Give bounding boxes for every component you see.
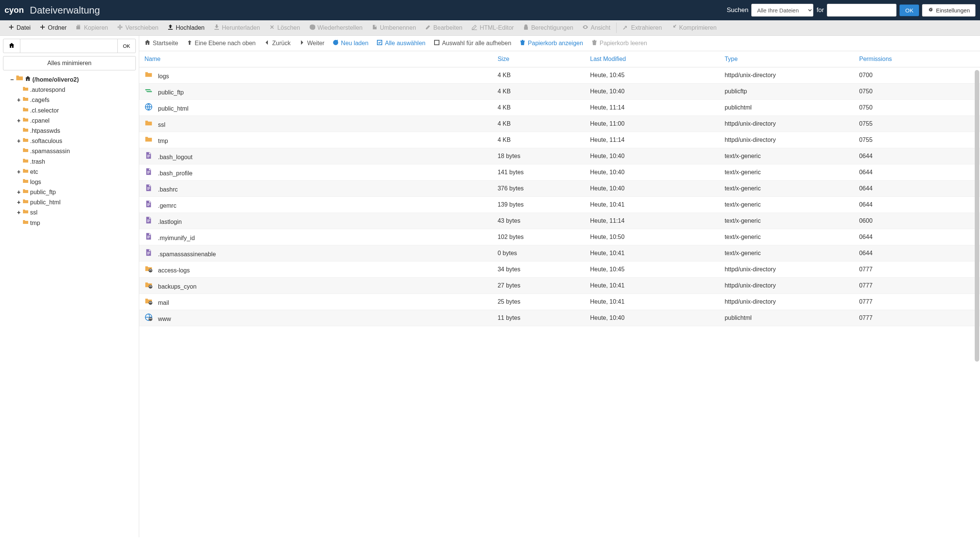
table-row[interactable]: access-logs34 bytesHeute, 10:45httpd/uni… bbox=[139, 261, 980, 278]
file-name: logs bbox=[158, 73, 169, 80]
home-icon bbox=[9, 43, 15, 50]
expand-icon[interactable]: + bbox=[17, 116, 21, 126]
folder-icon bbox=[22, 136, 29, 146]
file-name: public_html bbox=[158, 105, 188, 112]
toolbar-ordner[interactable]: Ordner bbox=[35, 20, 71, 35]
file-type: publichtml bbox=[719, 100, 854, 116]
table-row[interactable]: .bashrc376 bytesHeute, 10:40text/x-gener… bbox=[139, 181, 980, 197]
tree-node[interactable]: .htpasswds bbox=[17, 126, 136, 136]
search-ok-button[interactable]: OK bbox=[899, 5, 919, 16]
folder-icon bbox=[22, 116, 29, 126]
tree-node[interactable]: .cl.selector bbox=[17, 105, 136, 116]
tree-node[interactable]: tmp bbox=[17, 218, 136, 228]
toolbar-berechtigungen: Berechtigungen bbox=[519, 20, 578, 35]
toolbar-label: Kopieren bbox=[84, 24, 108, 31]
table-row[interactable]: .spamassassinenable0 bytesHeute, 10:41te… bbox=[139, 245, 980, 261]
svg-rect-20 bbox=[147, 252, 150, 253]
search-input[interactable] bbox=[827, 4, 896, 17]
svg-point-25 bbox=[149, 301, 152, 305]
path-input[interactable] bbox=[20, 39, 118, 53]
tree-node[interactable]: .autorespond bbox=[17, 85, 136, 95]
col-name[interactable]: Name bbox=[139, 51, 492, 67]
tree-node[interactable]: +etc bbox=[17, 167, 136, 177]
file-perm: 0777 bbox=[854, 278, 980, 294]
tree-node[interactable]: +.cpanel bbox=[17, 116, 136, 126]
file-name: .myimunify_id bbox=[158, 235, 195, 241]
file-perm: 0777 bbox=[854, 261, 980, 278]
expand-icon[interactable]: + bbox=[17, 207, 21, 218]
upload-icon bbox=[167, 24, 173, 32]
col-type[interactable]: Type bbox=[719, 51, 854, 67]
toolbar-label: Verschieben bbox=[125, 24, 158, 31]
col-modified[interactable]: Last Modified bbox=[585, 51, 720, 67]
table-row[interactable]: logs4 KBHeute, 10:45httpd/unix-directory… bbox=[139, 67, 980, 84]
file-perm: 0755 bbox=[854, 116, 980, 132]
collapse-all-button[interactable]: Alles minimieren bbox=[3, 56, 136, 70]
file-name: .bashrc bbox=[158, 186, 178, 192]
action-reload[interactable]: Neu laden bbox=[332, 40, 368, 47]
svg-rect-18 bbox=[147, 237, 150, 237]
collapse-icon[interactable]: − bbox=[10, 75, 14, 85]
table-row[interactable]: backups_cyon27 bytesHeute, 10:41httpd/un… bbox=[139, 278, 980, 294]
file-type: text/x-generic bbox=[719, 229, 854, 245]
copy-icon bbox=[76, 24, 82, 32]
table-row[interactable]: .bash_logout18 bytesHeute, 10:40text/x-g… bbox=[139, 148, 980, 164]
table-row[interactable]: .bash_profile141 bytesHeute, 10:40text/x… bbox=[139, 164, 980, 181]
toolbar-datei[interactable]: Datei bbox=[4, 20, 35, 35]
table-row[interactable]: .gemrc139 bytesHeute, 10:41text/x-generi… bbox=[139, 197, 980, 213]
table-row[interactable]: .lastlogin43 bytesHeute, 11:14text/x-gen… bbox=[139, 213, 980, 229]
action-select-all[interactable]: Alle auswählen bbox=[377, 40, 425, 47]
home-button[interactable] bbox=[3, 39, 20, 53]
tree-root[interactable]: − (/home/olivero2) bbox=[10, 74, 136, 85]
tree-node[interactable]: +public_ftp bbox=[17, 187, 136, 197]
settings-button[interactable]: Einstellungen bbox=[922, 4, 975, 17]
expand-icon[interactable]: + bbox=[17, 187, 21, 197]
path-ok-button[interactable]: OK bbox=[118, 39, 136, 53]
expand-icon[interactable]: + bbox=[17, 197, 21, 207]
action-show-trash[interactable]: Papierkorb anzeigen bbox=[520, 40, 583, 47]
file-name: .bash_logout bbox=[158, 154, 192, 160]
file-size: 18 bytes bbox=[492, 148, 585, 164]
table-row[interactable]: mail25 bytesHeute, 10:41httpd/unix-direc… bbox=[139, 294, 980, 310]
table-row[interactable]: .myimunify_id102 bytesHeute, 10:50text/x… bbox=[139, 229, 980, 245]
tree-node[interactable]: +ssl bbox=[17, 207, 136, 218]
file-icon bbox=[145, 216, 153, 224]
scrollbar[interactable] bbox=[975, 70, 979, 362]
svg-rect-14 bbox=[147, 220, 150, 220]
action-empty-trash[interactable]: Papierkorb leeren bbox=[591, 40, 647, 47]
expand-icon[interactable]: + bbox=[17, 95, 21, 105]
tree-node[interactable]: .trash bbox=[17, 156, 136, 167]
action-unselect-all[interactable]: Auswahl für alle aufheben bbox=[434, 40, 511, 47]
col-size[interactable]: Size bbox=[492, 51, 585, 67]
tree-node[interactable]: .spamassassin bbox=[17, 146, 136, 156]
table-row[interactable]: public_html4 KBHeute, 11:14publichtml075… bbox=[139, 100, 980, 116]
file-name: tmp bbox=[158, 138, 168, 144]
action-back[interactable]: Zurück bbox=[264, 40, 291, 47]
expand-icon[interactable]: + bbox=[17, 167, 21, 177]
action-up[interactable]: Eine Ebene nach oben bbox=[186, 40, 256, 47]
file-type: httpd/unix-directory bbox=[719, 261, 854, 278]
table-row[interactable]: ssl4 KBHeute, 11:00httpd/unix-directory0… bbox=[139, 116, 980, 132]
col-perm[interactable]: Permissions bbox=[854, 51, 980, 67]
action-forward[interactable]: Weiter bbox=[299, 40, 324, 47]
file-type: text/x-generic bbox=[719, 181, 854, 197]
tree-node[interactable]: +.softaculous bbox=[17, 136, 136, 146]
tree-node[interactable]: logs bbox=[17, 177, 136, 187]
expand-icon[interactable]: + bbox=[17, 136, 21, 146]
action-label: Startseite bbox=[153, 40, 178, 47]
search-scope-select[interactable]: Alle Ihre Dateien bbox=[751, 4, 813, 17]
svg-rect-21 bbox=[147, 253, 150, 253]
restore-icon bbox=[309, 24, 315, 32]
action-home[interactable]: Startseite bbox=[145, 40, 178, 47]
table-row[interactable]: tmp4 KBHeute, 11:14httpd/unix-directory0… bbox=[139, 132, 980, 148]
table-row[interactable]: public_ftp4 KBHeute, 10:40publicftp0750 bbox=[139, 84, 980, 100]
plus-icon bbox=[8, 24, 14, 32]
toolbar-hochladen[interactable]: Hochladen bbox=[163, 20, 209, 35]
file-perm: 0777 bbox=[854, 294, 980, 310]
table-row[interactable]: www11 bytesHeute, 10:40publichtml0777 bbox=[139, 310, 980, 326]
folder-icon bbox=[22, 95, 29, 105]
file-modified: Heute, 10:41 bbox=[585, 294, 720, 310]
tree-node[interactable]: +public_html bbox=[17, 197, 136, 207]
folder-icon bbox=[145, 119, 153, 127]
tree-node[interactable]: +.cagefs bbox=[17, 95, 136, 105]
